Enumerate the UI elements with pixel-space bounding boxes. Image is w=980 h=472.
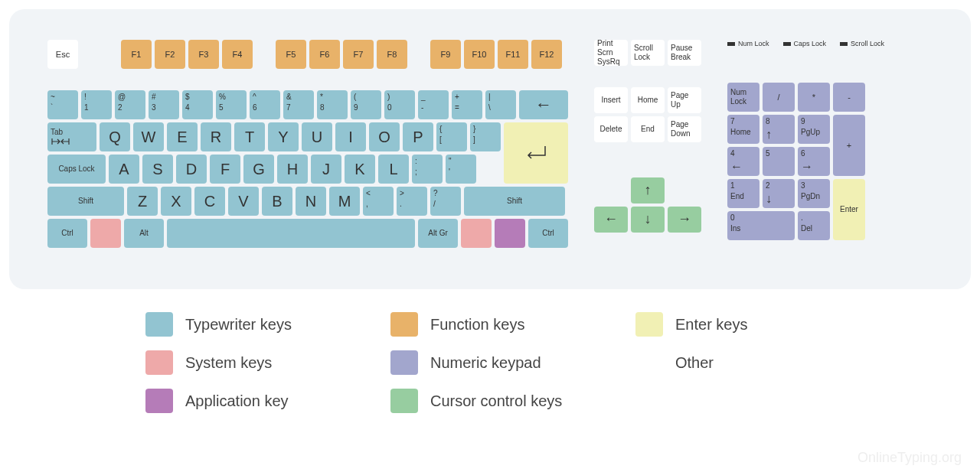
key-np-8[interactable]: 8↑ — [763, 115, 795, 144]
key-alt-left[interactable]: Alt — [124, 219, 164, 248]
key-w[interactable]: W — [133, 122, 164, 151]
key-minus[interactable]: _- — [418, 90, 449, 119]
key-4[interactable]: $4 — [182, 90, 213, 119]
key-7[interactable]: &7 — [283, 90, 314, 119]
key-x[interactable]: X — [161, 187, 191, 216]
key-menu[interactable] — [495, 219, 525, 248]
key-np-7[interactable]: 7Home — [727, 115, 760, 144]
key-rbracket[interactable]: }] — [470, 122, 501, 151]
key-shift-left[interactable]: Shift — [47, 187, 124, 216]
key-caps-lock[interactable]: Caps Lock — [47, 155, 106, 184]
key-comma[interactable]: <, — [363, 187, 394, 216]
key-9[interactable]: (9 — [351, 90, 381, 119]
key-lbracket[interactable]: {[ — [436, 122, 467, 151]
key-arrow-up[interactable]: ↑ — [631, 177, 665, 203]
key-np-multiply[interactable]: * — [798, 83, 830, 112]
key-f6[interactable]: F6 — [309, 40, 340, 69]
key-0[interactable]: )0 — [384, 90, 415, 119]
key-f[interactable]: F — [210, 155, 240, 184]
key-k[interactable]: K — [345, 155, 375, 184]
key-printscreen[interactable]: Print Scrn SysRq — [594, 40, 628, 66]
key-p[interactable]: P — [403, 122, 433, 151]
key-np-enter[interactable]: Enter — [833, 179, 865, 240]
key-f11[interactable]: F11 — [498, 40, 528, 69]
key-f12[interactable]: F12 — [531, 40, 562, 69]
key-b[interactable]: B — [262, 187, 292, 216]
key-pageup[interactable]: Page Up — [668, 87, 701, 113]
key-f1[interactable]: F1 — [121, 40, 152, 69]
key-altgr[interactable]: Alt Gr — [418, 219, 458, 248]
key-win-left[interactable] — [90, 219, 121, 248]
key-np-6[interactable]: 6→ — [798, 147, 830, 176]
key-5[interactable]: %5 — [216, 90, 247, 119]
key-home[interactable]: Home — [631, 87, 665, 113]
key-slash[interactable]: ?/ — [430, 187, 461, 216]
key-arrow-right[interactable]: → — [668, 207, 701, 233]
key-f4[interactable]: F4 — [222, 40, 253, 69]
key-f9[interactable]: F9 — [430, 40, 461, 69]
key-i[interactable]: I — [335, 122, 366, 151]
key-ctrl-left[interactable]: Ctrl — [47, 219, 87, 248]
key-ctrl-right[interactable]: Ctrl — [528, 219, 568, 248]
key-np-1[interactable]: 1End — [727, 179, 760, 208]
key-z[interactable]: Z — [127, 187, 158, 216]
key-pause[interactable]: Pause Break — [668, 40, 701, 66]
key-equals[interactable]: += — [452, 90, 482, 119]
key-v[interactable]: V — [228, 187, 259, 216]
key-f8[interactable]: F8 — [377, 40, 407, 69]
key-f3[interactable]: F3 — [188, 40, 219, 69]
key-np-9[interactable]: 9PgUp — [798, 115, 830, 144]
key-shift-right[interactable]: Shift — [464, 187, 565, 216]
key-np-3[interactable]: 3PgDn — [798, 179, 830, 208]
key-insert[interactable]: Insert — [594, 87, 628, 113]
key-np-0[interactable]: 0Ins — [727, 211, 795, 240]
key-o[interactable]: O — [369, 122, 400, 151]
key-f5[interactable]: F5 — [276, 40, 306, 69]
key-m[interactable]: M — [329, 187, 360, 216]
key-t[interactable]: T — [234, 122, 265, 151]
key-enter[interactable] — [504, 122, 568, 184]
key-f2[interactable]: F2 — [155, 40, 185, 69]
key-np-minus[interactable]: - — [833, 83, 865, 112]
key-grave[interactable]: ~` — [47, 90, 78, 119]
key-delete[interactable]: Delete — [594, 116, 628, 142]
key-num-lock[interactable]: Num Lock — [727, 83, 760, 112]
key-h[interactable]: H — [277, 155, 308, 184]
key-2[interactable]: @2 — [115, 90, 145, 119]
key-end[interactable]: End — [631, 116, 665, 142]
key-f7[interactable]: F7 — [343, 40, 374, 69]
key-r[interactable]: R — [201, 122, 231, 151]
key-1[interactable]: !1 — [81, 90, 112, 119]
key-esc[interactable]: Esc — [47, 40, 78, 69]
key-e[interactable]: E — [167, 122, 198, 151]
key-arrow-down[interactable]: ↓ — [631, 207, 665, 233]
key-l[interactable]: L — [378, 155, 409, 184]
key-q[interactable]: Q — [100, 122, 130, 151]
key-period[interactable]: >. — [397, 187, 427, 216]
key-np-5[interactable]: 5 — [763, 147, 795, 176]
key-d[interactable]: D — [176, 155, 207, 184]
key-3[interactable]: #3 — [149, 90, 179, 119]
key-np-plus[interactable]: + — [833, 115, 865, 176]
key-np-2[interactable]: 2↓ — [763, 179, 795, 208]
key-pagedown[interactable]: Page Down — [668, 116, 701, 142]
key-space[interactable] — [167, 219, 415, 248]
key-g[interactable]: G — [243, 155, 274, 184]
key-arrow-left[interactable]: ← — [594, 207, 628, 233]
key-np-decimal[interactable]: .Del — [798, 211, 830, 240]
key-np-4[interactable]: 4← — [727, 147, 760, 176]
key-backspace[interactable]: ← — [519, 90, 568, 119]
key-np-divide[interactable]: / — [763, 83, 795, 112]
key-f10[interactable]: F10 — [464, 40, 495, 69]
key-scroll-lock[interactable]: Scroll Lock — [631, 40, 665, 66]
key-quote[interactable]: "' — [446, 155, 476, 184]
key-y[interactable]: Y — [268, 122, 299, 151]
key-s[interactable]: S — [142, 155, 173, 184]
key-a[interactable]: A — [109, 155, 139, 184]
key-j[interactable]: J — [311, 155, 341, 184]
key-6[interactable]: ^6 — [250, 90, 280, 119]
key-n[interactable]: N — [296, 187, 326, 216]
key-8[interactable]: *8 — [317, 90, 348, 119]
key-win-right[interactable] — [461, 219, 492, 248]
key-semicolon[interactable]: :; — [412, 155, 443, 184]
